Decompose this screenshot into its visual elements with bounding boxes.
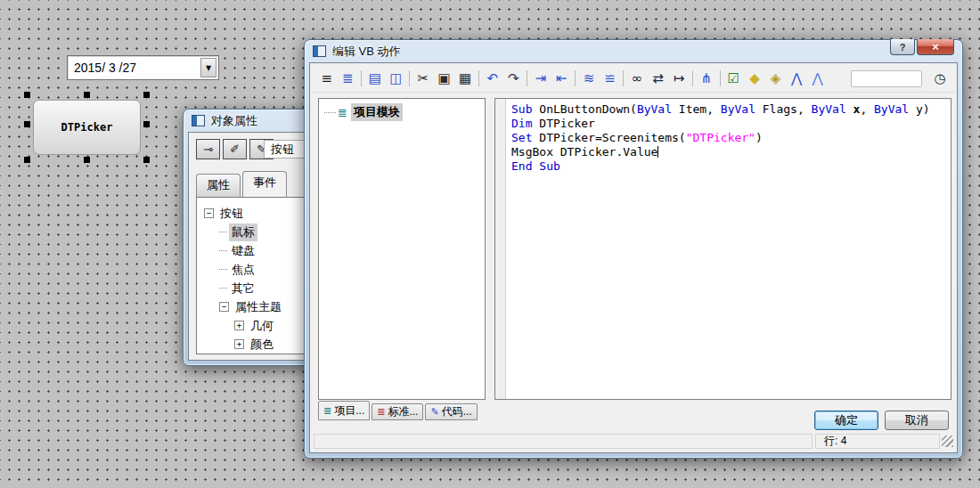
replace-button[interactable]: ⇄	[648, 69, 669, 88]
selection-handle[interactable]	[143, 92, 150, 98]
tree-item-label: 项目模块	[351, 103, 403, 121]
menu-button[interactable]: ≡	[316, 69, 338, 88]
toolbar-separator	[527, 70, 527, 86]
redo-button[interactable]: ↷	[503, 69, 525, 88]
resize-grip-icon[interactable]	[942, 435, 953, 447]
tab-label: 标准...	[388, 404, 418, 419]
datetime-picker-control[interactable]: 2015/ 3 /27 ▼	[67, 55, 219, 80]
indent-button[interactable]: ⇥	[530, 69, 551, 88]
action-cube-button[interactable]: ◈	[765, 69, 787, 88]
outdent-button[interactable]: ⇤	[551, 69, 573, 88]
toolbar-separator	[720, 70, 721, 86]
vb-titlebar[interactable]: 编辑 VB 动作	[305, 40, 962, 62]
replace-icon: ⇄	[652, 70, 664, 86]
dtpicker-button[interactable]: DTPicker	[33, 100, 141, 155]
tree-item-label: 鼠标	[229, 224, 257, 241]
selection-handle[interactable]	[84, 92, 90, 98]
tab-label: 代码...	[442, 404, 472, 419]
print-preview-icon: ◫	[389, 70, 402, 86]
tree-item-label: 属性主题	[233, 298, 284, 316]
datetime-dropdown-button[interactable]: ▼	[200, 58, 216, 77]
tree-item-label: 键盘	[229, 242, 257, 260]
tree-item-label: 其它	[229, 280, 257, 297]
clock-button[interactable]: ◷	[929, 69, 951, 88]
tab-属性[interactable]: 属性	[196, 174, 241, 197]
selection-handle[interactable]	[143, 121, 150, 127]
paste-icon: ▦	[459, 70, 471, 86]
module-cube-icon: ◆	[749, 70, 760, 86]
action-cube-icon: ◈	[771, 70, 781, 86]
paste-button[interactable]: ▦	[454, 69, 476, 88]
find-next-icon: ↦	[674, 70, 685, 86]
expand-icon[interactable]: +	[234, 321, 244, 330]
code-gutter	[495, 99, 506, 399]
tree-item-label: 焦点	[229, 261, 257, 279]
undo-button[interactable]: ↶	[482, 69, 503, 88]
eyedropper-up-icon: ✐	[230, 142, 240, 156]
code-line: Set DTPicker=Screenitems("DTPicker")	[511, 131, 949, 145]
selection-handle[interactable]	[24, 157, 30, 163]
collapse-icon[interactable]: −	[204, 208, 214, 218]
code-panel: Sub OnLButtonDown(ByVal Item, ByVal Flag…	[494, 98, 951, 400]
props-toolbar: ⊸✐✎	[196, 139, 274, 159]
uncomment-block-button[interactable]: ≌	[600, 69, 621, 88]
undo-icon: ↶	[486, 70, 498, 86]
comment-block-button[interactable]: ≋	[578, 69, 600, 88]
find-button[interactable]: ∞	[626, 69, 648, 88]
chevron-down-icon: ▼	[206, 64, 211, 72]
find-next-button[interactable]: ↦	[668, 69, 690, 88]
tab-代码[interactable]: ✎代码...	[425, 403, 477, 420]
close-button[interactable]: ×	[917, 39, 954, 55]
eyedropper-up-button[interactable]: ✐	[223, 139, 247, 159]
vb-toolbar: ≡≣▤◫✂▣▦↶↷⇥⇤≋≌∞⇄↦⋔☑◆◈⋀⋀◷	[312, 65, 955, 93]
indent-icon: ⇥	[535, 70, 547, 86]
edit-vb-action-dialog: 编辑 VB 动作 ? × ≡≣▤◫✂▣▦↶↷⇥⇤≋≌∞⇄↦⋔☑◆◈⋀⋀◷ ≣项目…	[304, 39, 963, 459]
pin-button[interactable]: ⊸	[196, 139, 220, 159]
collapse-icon[interactable]: −	[219, 302, 229, 312]
clock-icon: ◷	[935, 70, 946, 86]
cut-icon: ✂	[418, 70, 429, 86]
format-lines-button[interactable]: ≣	[338, 69, 359, 88]
code-line: Dim DTPicker	[511, 117, 949, 131]
ok-button[interactable]: 确定	[814, 411, 878, 430]
vb-dialog-body: ≡≣▤◫✂▣▦↶↷⇥⇤≋≌∞⇄↦⋔☑◆◈⋀⋀◷ ≣项目模块 Sub OnLBut…	[309, 62, 958, 453]
copy-button[interactable]: ▣	[434, 69, 455, 88]
tab-项目[interactable]: ≣项目...	[318, 401, 370, 420]
cut-button[interactable]: ✂	[412, 69, 434, 88]
tree-item-label: 颜色	[248, 336, 276, 354]
tree-item[interactable]: ≣项目模块	[319, 103, 485, 121]
pin-icon: ⊸	[203, 142, 213, 156]
cancel-button[interactable]: 取消	[885, 411, 949, 430]
compass-button[interactable]: ⋀	[807, 69, 829, 88]
toolbar-separator	[692, 70, 693, 86]
tree-connector	[219, 250, 227, 251]
module-cube-button[interactable]: ◆	[744, 69, 765, 88]
wrench-button[interactable]: ⋔	[696, 69, 717, 88]
selection-handle[interactable]	[24, 121, 30, 127]
selection-handle[interactable]	[24, 92, 30, 98]
tab-标准[interactable]: ≣标准...	[372, 403, 423, 420]
compass-object-button[interactable]: ⋀	[786, 69, 807, 88]
check-syntax-icon: ☑	[728, 70, 739, 86]
print-button[interactable]: ▤	[364, 69, 386, 88]
help-button[interactable]: ?	[890, 39, 915, 55]
copy-icon: ▣	[438, 70, 451, 86]
toolbar-separator	[409, 70, 410, 86]
window-icon	[192, 115, 205, 126]
code-editor[interactable]: Sub OnLButtonDown(ByVal Item, ByVal Flag…	[511, 102, 949, 397]
toolbar-separator	[575, 70, 576, 86]
window-icon	[313, 45, 326, 57]
check-syntax-button[interactable]: ☑	[723, 69, 745, 88]
tree-connector	[219, 232, 227, 232]
print-preview-button[interactable]: ◫	[386, 69, 407, 88]
tab-事件[interactable]: 事件	[242, 171, 287, 197]
text-caret	[657, 146, 658, 158]
selection-handle[interactable]	[143, 157, 150, 163]
help-icon: ?	[900, 42, 906, 53]
toolbar-field[interactable]	[851, 70, 922, 87]
props-dialog-title: 对象属性	[211, 113, 257, 129]
module-tree[interactable]: ≣项目模块	[318, 98, 486, 400]
expand-icon[interactable]: +	[234, 339, 244, 349]
tree-item-label: 样式	[248, 354, 276, 355]
selection-handle[interactable]	[84, 157, 90, 163]
